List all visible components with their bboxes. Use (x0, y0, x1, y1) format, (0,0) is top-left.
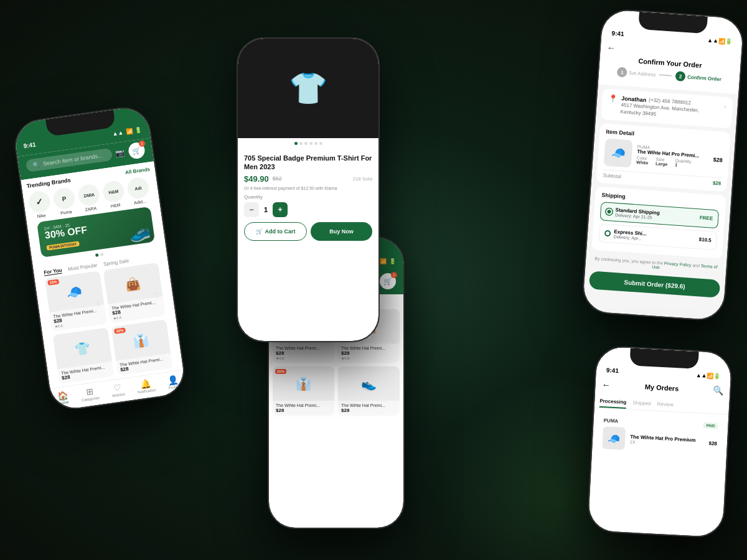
cart-button-1[interactable]: 🛒 2 (128, 141, 146, 159)
cart-badge-3: 2 (391, 272, 397, 278)
notification-icon: 🔔 (140, 378, 152, 390)
status-time-1: 9:41 (23, 141, 36, 150)
brand-zara[interactable]: ZARA ZARA (77, 183, 101, 212)
search-orders-icon[interactable]: 🔍 (713, 385, 724, 396)
status-time-5: 9:41 (606, 366, 619, 374)
wishlist-icon: ♡ (113, 382, 122, 393)
detail-content: 705 Special Badge Premium T-Shirt For Me… (238, 149, 378, 246)
paid-badge: PAID (703, 422, 718, 429)
phone-notch-5 (629, 348, 698, 369)
tab-for-you[interactable]: For You (44, 268, 63, 276)
step-line (659, 75, 672, 77)
phone-confirm-order: 9:41 ▲▲📶🔋 ← Confirm Your Order 1 Set Add… (581, 8, 745, 322)
camera-icon-1[interactable]: 📷 (115, 148, 126, 158)
profile-icon: 👤 (167, 374, 179, 385)
phone-product-detail: 👕 705 Special Badge Premium T-Shirt For … (237, 37, 380, 342)
search-placeholder-1: Search item or brands... (42, 152, 103, 167)
buy-now-button[interactable]: Buy Now (311, 222, 372, 241)
orders-title: My Orders (645, 383, 679, 393)
phone-home-main: 9:41 ▲▲ 📶 🔋 🔍 Search item or brands... 📷… (11, 104, 187, 413)
chevron-right-icon[interactable]: › (723, 102, 726, 111)
sold-count: 218 Sold (352, 176, 372, 182)
item-size: Large (655, 161, 668, 166)
quantity-increase[interactable]: + (273, 202, 288, 217)
nav-home[interactable]: 🏠 Home (57, 390, 69, 405)
phone-my-orders: 9:41 ▲▲📶🔋 ← My Orders 🔍 Processing Shipp… (586, 345, 733, 538)
quantity-row: − 1 + (244, 202, 372, 217)
location-icon: 📍 (608, 94, 618, 103)
price-old: $52 (273, 175, 282, 182)
nav-wishlist[interactable]: ♡ Wishlist (111, 382, 126, 398)
confirm-header: ← Confirm Your Order 1 Set Address 2 Con… (598, 37, 742, 95)
item-color: White (636, 160, 649, 165)
item-detail-section: Item Detail 🧢 PUMA The Wihte Hat Pro Pre… (596, 123, 731, 191)
order-thumbnail: 🧢 (602, 426, 626, 450)
subtotal-value: $28 (713, 180, 721, 186)
dot-2-1 (299, 142, 303, 145)
brand-adidas[interactable]: Adi Adid... (126, 176, 151, 205)
tab-shipped[interactable]: Shipped (632, 400, 651, 411)
step-circle-2: 2 (675, 71, 686, 82)
product-card-4[interactable]: 20% 👔 The Wihte Hat Premi... $28 (111, 319, 173, 376)
dot-1 (100, 253, 103, 256)
privacy-link[interactable]: Privacy Policy (664, 261, 692, 267)
product-card-1[interactable]: 15% 🧢 ♡ The Wihte Hat Premi... $28 ★4.6 (45, 271, 107, 332)
brand-puma[interactable]: P Puma (52, 187, 77, 216)
status-icons-4: ▲▲📶🔋 (707, 37, 732, 45)
cart-icon-btn: 🛒 (256, 228, 263, 235)
order-price: $28 (708, 441, 717, 447)
categories-icon: ⊞ (85, 386, 94, 398)
nav-categories[interactable]: ⊞ Categories (80, 385, 100, 402)
dot-2-4 (314, 142, 317, 145)
all-brands-link[interactable]: All Brands (125, 166, 151, 175)
quantity-decrease[interactable]: − (244, 202, 259, 217)
tab-processing[interactable]: Processing (599, 398, 627, 409)
radio-standard (606, 208, 613, 215)
add-to-cart-button[interactable]: 🛒 Add to Cart (244, 222, 307, 241)
dot-2-3 (309, 142, 312, 145)
product-card-3[interactable]: 👕 The Wihte Hat Premi... $28 (52, 327, 114, 384)
dot-2-5 (319, 142, 322, 145)
shipping-section: Shipping Standard Shipping Delivery: Apr… (591, 186, 726, 258)
product-img-3-4: 👟 (338, 366, 400, 401)
item-thumbnail: 🧢 (604, 138, 633, 167)
brand-hm[interactable]: H&M H&M (101, 180, 126, 209)
image-dots (238, 138, 378, 149)
shipping-express[interactable]: Express Shi... Delivery: Apr... $10.5 (598, 223, 718, 250)
dot-active (95, 253, 98, 257)
back-button-4[interactable]: ← (606, 42, 616, 53)
nav-profile[interactable]: 👤 Profile (167, 374, 179, 390)
nav-notification[interactable]: 🔔 Notification (136, 378, 156, 394)
action-buttons: 🛒 Add to Cart Buy Now (244, 222, 372, 241)
address-section: 📍 Jonathan (+32) 456 7889012 4517 Washin… (601, 88, 733, 128)
brand-nike[interactable]: ✓ Nike (27, 190, 52, 219)
price-row: $49.90 $52 218 Sold (244, 174, 372, 184)
phone-notch-2 (274, 39, 342, 56)
address-row: 📍 Jonathan (+32) 456 7889012 4517 Washin… (607, 94, 726, 123)
tab-spring-sale[interactable]: Spring Sale (103, 258, 129, 268)
back-button-5[interactable]: ← (601, 380, 611, 390)
promo-shoe-image: 👟 (128, 220, 152, 244)
radio-express (604, 230, 611, 236)
quantity-value: 1 (264, 206, 268, 213)
item-price: $28 (713, 156, 723, 163)
heart-icon-1[interactable]: ♡ (95, 300, 101, 307)
status-icons-1: ▲▲ 📶 🔋 (112, 126, 143, 137)
status-time-4: 9:41 (611, 30, 624, 37)
cart-button-3[interactable]: 🛒 2 (380, 273, 396, 289)
klarna-text: Or 4 free-interest payment of $12.50 wit… (244, 186, 372, 190)
item-detail-row: 🧢 PUMA The Wihte Hat Pro Premi... Color … (604, 138, 724, 174)
cart-badge-1: 2 (138, 140, 145, 147)
heart-icon-2[interactable]: ♡ (154, 292, 160, 299)
product-card-3-4[interactable]: 👟 The Wihte Hat Premi... $28 (338, 366, 400, 416)
order-card-1[interactable]: PUMA PAID 🧢 The Wihte Hat Pro Premium 1X… (597, 412, 723, 460)
home-icon: 🏠 (57, 390, 68, 401)
tab-review[interactable]: Review (657, 401, 674, 411)
heart-icon-3-2[interactable]: ♡ (391, 338, 397, 345)
subtotal-label: Subtotal (603, 172, 621, 179)
product-card-3-3[interactable]: 20% 👔 The Wihte Hat Premi... $28 (273, 366, 334, 416)
product-grid-1: 15% 🧢 ♡ The Wihte Hat Premi... $28 ★4.6 … (40, 262, 178, 385)
submit-order-button[interactable]: Submit Order ($29.6) (589, 271, 721, 298)
product-card-2[interactable]: 👜 ♡ The Wihte Hat Premi... $28 ★4.6 (103, 263, 166, 324)
shipping-price-express: $10.5 (698, 236, 712, 243)
